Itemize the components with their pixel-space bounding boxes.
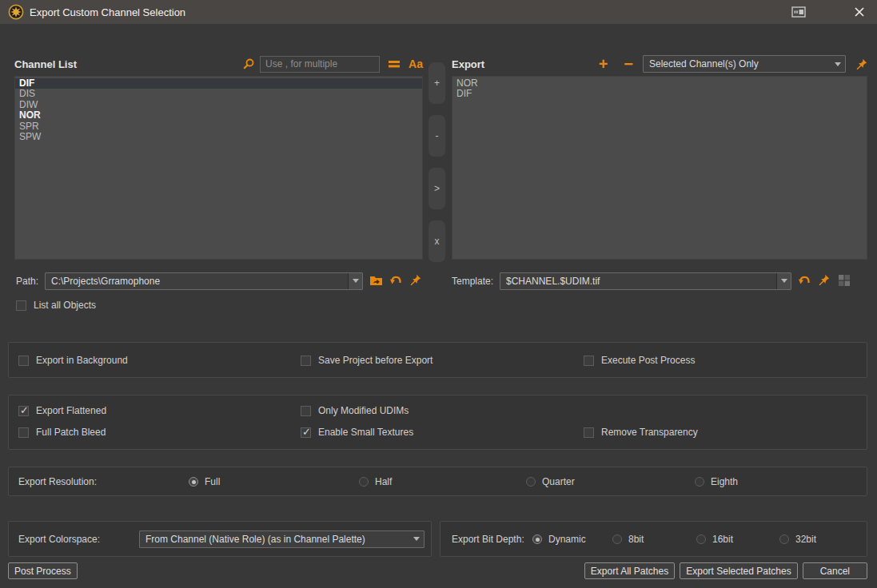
bitdepth-8bit-radio[interactable]: 8bit <box>612 533 644 546</box>
radio-circle[interactable] <box>359 477 369 487</box>
export-colorspace-label: Export Colorspace: <box>18 534 100 545</box>
channel-list-item[interactable]: DIF <box>15 78 422 89</box>
export-all-patches-button[interactable]: Export All Patches <box>584 562 675 579</box>
revert-path-icon[interactable] <box>389 274 403 288</box>
enable-small-textures-checkbox[interactable]: Enable Small Textures <box>301 426 413 439</box>
export-list-item[interactable]: DIF <box>452 89 867 99</box>
radio-label: 16bit <box>712 534 733 545</box>
post-process-button[interactable]: Post Process <box>8 562 78 579</box>
radio-label: Quarter <box>542 476 575 487</box>
chevron-down-icon[interactable] <box>776 273 791 289</box>
checkbox-label: List all Objects <box>34 300 96 311</box>
radio-label: Full <box>205 476 220 487</box>
only-modified-udims-checkbox[interactable]: Only Modified UDIMs <box>301 404 409 417</box>
chevron-down-icon[interactable] <box>348 273 362 289</box>
filter-bars-icon[interactable] <box>388 58 401 70</box>
export-mode-dropdown[interactable]: Selected Channel(s) Only <box>643 55 846 73</box>
dock-window-icon[interactable] <box>789 3 808 21</box>
cancel-button[interactable]: Cancel <box>803 562 867 579</box>
case-sensitive-toggle[interactable]: Aa <box>409 58 423 70</box>
clear-channels-button[interactable]: x <box>429 220 445 262</box>
path-row: Path: C:\Projects\Grramophone <box>16 272 428 290</box>
channel-list-item[interactable]: NOR <box>15 110 422 121</box>
bitdepth-32bit-radio[interactable]: 32bit <box>779 533 816 546</box>
export-list-item[interactable]: NOR <box>452 78 867 89</box>
export-panel-title: Export <box>452 58 484 70</box>
checkbox-box[interactable] <box>18 406 29 416</box>
radio-label: Dynamic <box>548 534 586 545</box>
resolution-group: Export Resolution: Full Half Quarter Eig… <box>8 467 867 496</box>
radio-label: 32bit <box>795 534 816 545</box>
resolution-full-radio[interactable]: Full <box>189 475 220 488</box>
checkbox-box[interactable] <box>18 427 29 438</box>
radio-label: Eighth <box>711 476 738 487</box>
checkbox-label: Full Patch Bleed <box>36 427 106 438</box>
add-channel-button[interactable]: + <box>429 62 445 104</box>
list-all-objects-checkbox[interactable]: List all Objects <box>16 299 96 312</box>
chevron-down-icon <box>831 56 845 72</box>
colorspace-group: Export Colorspace: From Channel (Native … <box>8 521 432 557</box>
radio-label: Half <box>375 476 392 487</box>
remove-channel-button[interactable]: - <box>429 115 445 157</box>
channel-search-input[interactable] <box>260 56 380 73</box>
checkbox-box[interactable] <box>18 356 29 366</box>
revert-template-icon[interactable] <box>798 274 811 288</box>
search-icon <box>242 58 255 70</box>
resolution-half-radio[interactable]: Half <box>359 475 392 488</box>
export-bit-depth-label: Export Bit Depth: <box>452 534 524 545</box>
radio-circle[interactable] <box>695 477 704 487</box>
channel-list-title: Channel List <box>14 58 77 70</box>
pin-icon[interactable] <box>409 274 423 288</box>
full-patch-bleed-checkbox[interactable]: Full Patch Bleed <box>18 426 106 439</box>
colorspace-dropdown[interactable]: From Channel (Native Role) (as in Channe… <box>139 530 425 548</box>
export-list[interactable]: NOR DIF <box>452 76 867 260</box>
checkbox-box[interactable] <box>584 427 594 438</box>
channel-list[interactable]: DIF DIS DIW NOR SPR SPW <box>14 76 423 260</box>
window-title: Export Custom Channel Selection <box>30 6 185 18</box>
export-selected-patches-button[interactable]: Export Selected Patches <box>680 562 797 579</box>
checkbox-box[interactable] <box>301 406 311 416</box>
pin-icon[interactable] <box>818 274 831 288</box>
radio-circle[interactable] <box>532 534 542 544</box>
move-channel-button[interactable]: > <box>429 168 445 209</box>
bitdepth-dynamic-radio[interactable]: Dynamic <box>532 533 586 546</box>
checkbox-box[interactable] <box>301 427 311 438</box>
channel-list-item[interactable]: SPW <box>15 132 422 142</box>
checkbox-label: Execute Post Process <box>601 355 695 366</box>
bitdepth-16bit-radio[interactable]: 16bit <box>696 533 733 546</box>
resolution-quarter-radio[interactable]: Quarter <box>526 475 575 488</box>
export-flattened-checkbox[interactable]: Export Flattened <box>18 404 106 417</box>
export-in-background-checkbox[interactable]: Export in Background <box>18 354 128 367</box>
checkbox-label: Save Project before Export <box>318 355 433 366</box>
background-options-group: Export in Background Save Project before… <box>8 342 867 378</box>
channel-list-item[interactable]: DIS <box>15 89 422 99</box>
remove-icon[interactable]: − <box>624 57 633 71</box>
checkbox-label: Export Flattened <box>36 405 106 416</box>
save-project-before-export-checkbox[interactable]: Save Project before Export <box>301 354 433 367</box>
checkbox-box[interactable] <box>584 356 594 366</box>
pin-icon[interactable] <box>855 58 867 70</box>
colorspace-value: From Channel (Native Role) (as in Channe… <box>140 531 409 547</box>
template-combobox[interactable]: $CHANNEL.$UDIM.tif <box>500 272 791 290</box>
radio-circle[interactable] <box>612 534 622 544</box>
checkbox-box[interactable] <box>16 300 26 311</box>
add-icon[interactable]: + <box>599 57 608 71</box>
resolution-eighth-radio[interactable]: Eighth <box>695 475 738 488</box>
flatten-options-group: Export Flattened Only Modified UDIMs Ful… <box>8 395 867 450</box>
checkbox-label: Only Modified UDIMs <box>318 405 409 416</box>
channel-list-item[interactable]: DIW <box>15 100 422 110</box>
path-combobox[interactable]: C:\Projects\Grramophone <box>45 272 363 290</box>
remove-transparency-checkbox[interactable]: Remove Transparency <box>584 426 698 439</box>
path-value: C:\Projects\Grramophone <box>46 273 348 289</box>
browse-folder-icon[interactable] <box>369 274 383 288</box>
close-icon[interactable] <box>850 3 869 21</box>
radio-circle[interactable] <box>189 477 198 487</box>
checkbox-box[interactable] <box>301 356 311 366</box>
path-label: Path: <box>16 276 38 287</box>
execute-post-process-checkbox[interactable]: Execute Post Process <box>584 354 695 367</box>
export-custom-channel-dialog: Export Custom Channel Selection Channel … <box>0 0 877 588</box>
radio-circle[interactable] <box>779 534 789 544</box>
radio-circle[interactable] <box>696 534 706 544</box>
channel-list-item[interactable]: SPR <box>15 121 422 132</box>
radio-circle[interactable] <box>526 477 536 487</box>
